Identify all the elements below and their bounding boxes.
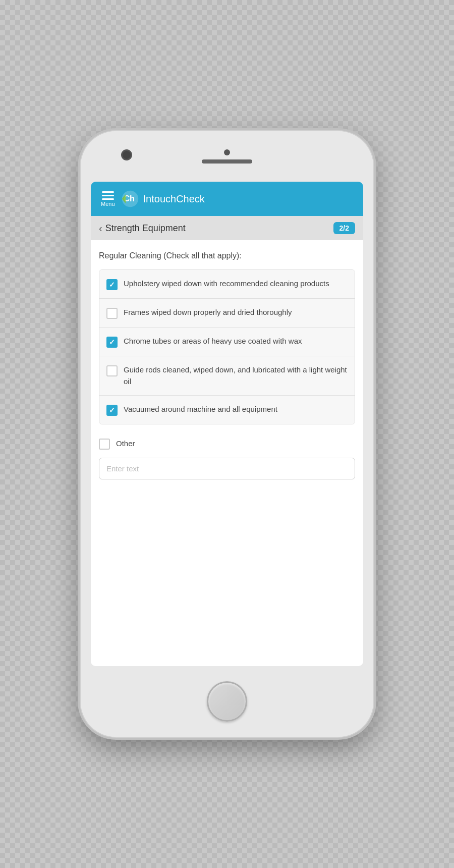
list-item: Upholstery wiped down with recommended c…	[99, 270, 355, 299]
check-label-item4: Guide rods cleaned, wiped down, and lubr…	[124, 364, 348, 387]
phone-camera	[121, 149, 132, 160]
list-item: Frames wiped down properly and dried tho…	[99, 299, 355, 328]
checkbox-item2[interactable]	[106, 308, 118, 319]
logo-icon: Ch	[121, 190, 139, 208]
list-item: Vacuumed around machine and all equipmen…	[99, 396, 355, 424]
checkbox-other[interactable]	[99, 439, 110, 450]
menu-container[interactable]: Menu	[101, 191, 115, 207]
logo-area: Ch IntouchCheck	[121, 190, 205, 208]
phone-screen: Menu Ch IntouchCheck ‹ Strength Equipmen…	[91, 182, 363, 666]
checkbox-item1[interactable]	[106, 279, 118, 290]
check-label-item1: Upholstery wiped down with recommended c…	[124, 278, 348, 290]
app-title: IntouchCheck	[143, 193, 205, 205]
other-text-input[interactable]	[99, 458, 355, 479]
home-button[interactable]	[207, 681, 247, 722]
menu-label: Menu	[101, 201, 115, 207]
phone-top	[81, 131, 373, 182]
back-button[interactable]: ‹ Strength Equipment	[99, 223, 186, 234]
other-label: Other	[116, 438, 355, 450]
app-header: Menu Ch IntouchCheck	[91, 182, 363, 216]
list-item: Guide rods cleaned, wiped down, and lubr…	[99, 356, 355, 396]
phone-bottom	[81, 666, 373, 737]
check-label-item3: Chrome tubes or areas of heavy use coate…	[124, 336, 348, 347]
list-item: Chrome tubes or areas of heavy use coate…	[99, 328, 355, 356]
other-section: Other	[99, 432, 355, 479]
check-label-item2: Frames wiped down properly and dried tho…	[124, 307, 348, 318]
nav-bar: ‹ Strength Equipment 2/2	[91, 216, 363, 240]
page-badge: 2/2	[333, 222, 355, 234]
section-title: Regular Cleaning (Check all that apply):	[99, 250, 355, 261]
phone-frame: Menu Ch IntouchCheck ‹ Strength Equipmen…	[81, 131, 373, 737]
checkbox-item3[interactable]	[106, 337, 118, 348]
other-check-row: Other	[99, 432, 355, 455]
hamburger-icon[interactable]	[102, 191, 114, 200]
phone-speaker-dot	[224, 149, 230, 155]
checkbox-item5[interactable]	[106, 405, 118, 416]
check-label-item5: Vacuumed around machine and all equipmen…	[124, 404, 348, 415]
content-area: Regular Cleaning (Check all that apply):…	[91, 240, 363, 666]
checkbox-item4[interactable]	[106, 365, 118, 376]
phone-speaker-bar	[202, 159, 252, 164]
back-arrow-icon: ‹	[99, 223, 102, 234]
checklist: Upholstery wiped down with recommended c…	[99, 269, 355, 424]
page-title: Strength Equipment	[105, 223, 186, 234]
